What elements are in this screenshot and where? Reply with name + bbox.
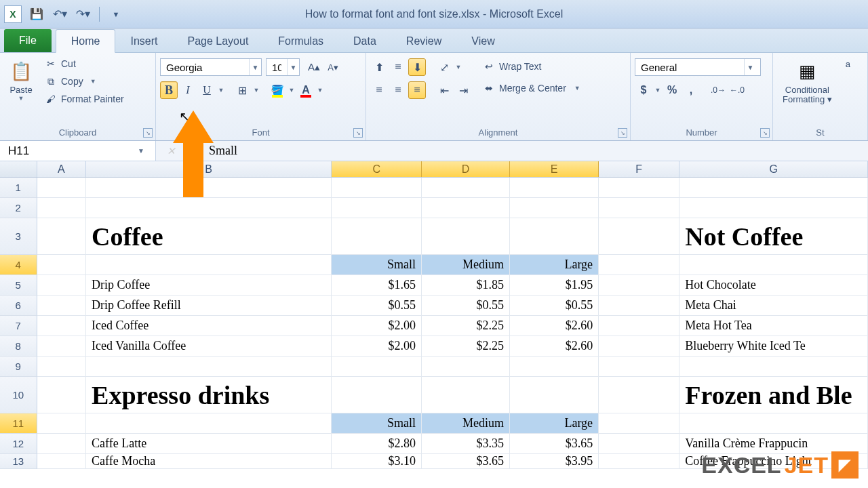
font-color-button[interactable]: A	[297, 81, 315, 99]
paste-button[interactable]: 📋 Paste ▼	[4, 56, 38, 104]
row-hdr-6[interactable]: 6	[0, 296, 37, 316]
cell-G7[interactable]: Meta Hot Tea	[679, 316, 868, 336]
cell[interactable]	[86, 413, 332, 434]
italic-button[interactable]: I	[179, 81, 197, 99]
cell-B7[interactable]: Iced Coffee	[86, 316, 332, 336]
cell[interactable]	[599, 255, 679, 275]
name-box-dropdown[interactable]: ▼	[135, 147, 147, 155]
cell[interactable]	[422, 178, 510, 198]
row-hdr-9[interactable]: 9	[0, 357, 37, 377]
cell-B3[interactable]: Coffee	[86, 218, 332, 255]
cell-D8[interactable]: $2.25	[422, 336, 510, 357]
number-format-input[interactable]	[635, 59, 744, 75]
align-top-button[interactable]: ⬆	[370, 58, 388, 76]
cell[interactable]	[332, 178, 422, 198]
chevron-down-icon[interactable]: ▼	[249, 59, 261, 75]
cell-C6[interactable]: $0.55	[332, 296, 422, 316]
cell[interactable]	[422, 377, 510, 413]
alignment-dialog-launcher[interactable]: ↘	[618, 128, 627, 138]
col-header-D[interactable]: D	[422, 161, 510, 177]
cell-G5[interactable]: Hot Chocolate	[679, 275, 868, 296]
borders-button[interactable]: ⊞	[233, 81, 251, 99]
cell-E12[interactable]: $3.65	[510, 434, 599, 454]
row-hdr-12[interactable]: 12	[0, 434, 37, 454]
cell[interactable]	[599, 413, 679, 434]
cell[interactable]	[679, 178, 868, 198]
row-hdr-8[interactable]: 8	[0, 336, 37, 357]
cell-D5[interactable]: $1.85	[422, 275, 510, 296]
qat-customize-button[interactable]: ▼	[106, 5, 125, 24]
cell-C13[interactable]: $3.10	[332, 454, 422, 469]
select-all-button[interactable]	[0, 161, 37, 177]
cell[interactable]	[37, 218, 87, 255]
cell[interactable]	[599, 357, 679, 377]
cell[interactable]	[599, 434, 679, 454]
cell-B13[interactable]: Caffe Mocha	[86, 454, 332, 469]
row-hdr-4[interactable]: 4	[0, 255, 37, 275]
cell-B12[interactable]: Caffe Latte	[86, 434, 332, 454]
accounting-dropdown[interactable]: ▼	[654, 81, 662, 99]
cell[interactable]	[86, 198, 332, 218]
cell-D12[interactable]: $3.35	[422, 434, 510, 454]
cell[interactable]	[599, 296, 679, 316]
align-middle-button[interactable]: ≡	[389, 58, 407, 76]
col-header-B[interactable]: B	[86, 161, 332, 177]
copy-button[interactable]: ⧉Copy▼	[41, 73, 128, 89]
increase-font-button[interactable]: A▴	[305, 58, 323, 76]
cell[interactable]	[599, 336, 679, 357]
cell-G10[interactable]: Frozen and Ble	[679, 377, 868, 413]
cell[interactable]	[332, 218, 422, 255]
cell-G3[interactable]: Not Coffee	[679, 218, 868, 255]
cell[interactable]	[37, 357, 87, 377]
cell[interactable]	[37, 296, 87, 316]
cell-D4[interactable]: Medium	[422, 255, 510, 275]
increase-decimal-button[interactable]: .0→	[709, 81, 727, 99]
tab-review[interactable]: Review	[391, 30, 456, 52]
percent-button[interactable]: %	[663, 81, 681, 99]
borders-dropdown[interactable]: ▼	[252, 81, 260, 99]
row-hdr-7[interactable]: 7	[0, 316, 37, 336]
cell-D11[interactable]: Medium	[422, 413, 510, 434]
tab-formulas[interactable]: Formulas	[263, 30, 338, 52]
cell[interactable]	[37, 336, 87, 357]
cell-G8[interactable]: Blueberry White Iced Te	[679, 336, 868, 357]
increase-indent-button[interactable]: ⇥	[454, 81, 472, 99]
cell[interactable]	[332, 377, 422, 413]
cell[interactable]	[599, 178, 679, 198]
font-size-combo[interactable]: ▼	[266, 58, 300, 76]
cell[interactable]	[37, 434, 87, 454]
fill-color-dropdown[interactable]: ▼	[288, 81, 296, 99]
row-hdr-11[interactable]: 11	[0, 413, 37, 434]
cell-G6[interactable]: Meta Chai	[679, 296, 868, 316]
cell[interactable]	[679, 357, 868, 377]
decrease-decimal-button[interactable]: ←.0	[728, 81, 746, 99]
cell-C11[interactable]: Small	[332, 413, 422, 434]
cell-E4[interactable]: Large	[510, 255, 599, 275]
tab-home[interactable]: Home	[56, 29, 116, 53]
formula-input[interactable]	[209, 144, 861, 158]
merge-center-button[interactable]: ⬌Merge & Center▼	[479, 80, 585, 96]
cell[interactable]	[510, 357, 599, 377]
spreadsheet-grid[interactable]: 1 2 3CoffeeNot Coffee 4SmallMediumLarge …	[0, 178, 868, 469]
cell[interactable]	[422, 218, 510, 255]
col-header-A[interactable]: A	[37, 161, 86, 177]
underline-dropdown[interactable]: ▼	[217, 81, 225, 99]
chevron-down-icon[interactable]: ▼	[744, 59, 756, 75]
cell-D7[interactable]: $2.25	[422, 316, 510, 336]
row-hdr-1[interactable]: 1	[0, 178, 37, 198]
cell-D6[interactable]: $0.55	[422, 296, 510, 316]
cell[interactable]	[37, 413, 87, 434]
row-hdr-10[interactable]: 10	[0, 377, 37, 413]
cell[interactable]	[679, 413, 868, 434]
cell-C12[interactable]: $2.80	[332, 434, 422, 454]
align-center-button[interactable]: ≡	[389, 81, 407, 99]
cell[interactable]	[37, 377, 87, 413]
cell[interactable]	[679, 198, 868, 218]
cell[interactable]	[37, 275, 87, 296]
font-dialog-launcher[interactable]: ↘	[353, 128, 363, 138]
cell[interactable]	[510, 198, 599, 218]
orientation-button[interactable]: ⤢	[435, 58, 453, 76]
fill-color-button[interactable]: 🪣	[269, 81, 286, 99]
comma-button[interactable]: ,	[682, 81, 700, 99]
wrap-text-button[interactable]: ↩Wrap Text	[479, 58, 585, 75]
